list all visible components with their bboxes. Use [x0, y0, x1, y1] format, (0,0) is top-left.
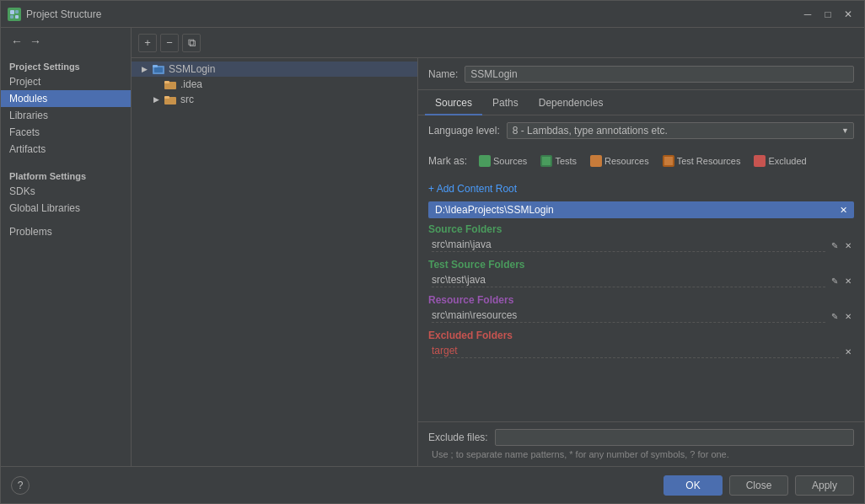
tree-expand-ssmlogin[interactable]: ▶ — [138, 63, 150, 75]
resource-folder-path-0: src\main\resources — [432, 309, 825, 323]
test-folder-remove-0[interactable]: ✕ — [842, 276, 854, 287]
mark-tests-button[interactable]: Tests — [535, 153, 582, 169]
module-tree: ▶ SSMLogin ▶ — [132, 58, 417, 466]
svg-rect-1 — [15, 10, 19, 13]
maximize-button[interactable]: □ — [819, 5, 837, 24]
language-level-row: Language level: 8 - Lambdas, type annota… — [418, 115, 864, 146]
mark-test-resources-button[interactable]: Test Resources — [658, 153, 746, 169]
source-folder-path-0: src\main\java — [432, 239, 825, 252]
tree-item-idea[interactable]: ▶ .idea — [132, 77, 417, 92]
source-folder-actions-0: ✎ ✕ — [829, 240, 854, 251]
main-content: ← → Project Settings Project Modules Lib… — [1, 28, 864, 466]
test-resources-color-icon — [663, 155, 674, 167]
project-settings-label: Project Settings — [1, 55, 131, 73]
tree-item-label-ssmlogin: SSMLogin — [169, 63, 215, 75]
source-folder-remove-0[interactable]: ✕ — [842, 240, 854, 251]
content-root-path: D:\IdeaProjects\SSMLogin — [435, 204, 554, 216]
sidebar-item-project[interactable]: Project — [1, 73, 131, 90]
excluded-color-icon — [754, 155, 766, 167]
name-label: Name: — [428, 68, 458, 80]
close-dialog-button[interactable]: Close — [729, 475, 788, 496]
title-bar-controls: ─ □ ✕ — [798, 5, 857, 24]
mark-excluded-button[interactable]: Excluded — [749, 153, 811, 169]
sidebar-item-problems[interactable]: Problems — [1, 223, 131, 240]
svg-rect-2 — [10, 15, 13, 19]
resource-folder-edit-0[interactable]: ✎ — [829, 311, 841, 322]
sidebar-nav-row: ← → — [1, 28, 131, 55]
language-level-select[interactable]: 8 - Lambdas, type annotations etc. 7 - D… — [507, 122, 854, 139]
sidebar: ← → Project Settings Project Modules Lib… — [1, 28, 132, 466]
mark-as-row: Mark as: Sources Tests Resources — [418, 146, 864, 176]
tree-item-label-src: src — [180, 94, 194, 105]
sidebar-spacer-2 — [1, 217, 131, 223]
excluded-folders-header: Excluded Folders — [428, 330, 854, 341]
content-root-header: D:\IdeaProjects\SSMLogin ✕ — [428, 201, 854, 218]
name-input[interactable] — [465, 66, 854, 83]
platform-settings-label: Platform Settings — [1, 164, 131, 183]
excluded-folder-entry-0: target ✕ — [428, 343, 854, 360]
svg-rect-5 — [153, 65, 158, 67]
module-icon — [152, 63, 165, 75]
right-pane-inner: + Add Content Root D:\IdeaProjects\SSMLo… — [418, 176, 864, 421]
remove-module-button[interactable]: − — [160, 34, 179, 52]
forward-button[interactable]: → — [26, 33, 45, 50]
tabs-row: Sources Paths Dependencies — [418, 90, 864, 115]
minimize-button[interactable]: ─ — [798, 5, 817, 24]
test-folder-entry-0: src\test\java ✎ ✕ — [428, 272, 854, 289]
resource-folder-actions-0: ✎ ✕ — [829, 311, 854, 322]
right-pane: Name: Sources Paths Dependencies Languag… — [418, 58, 864, 466]
tree-item-label-idea: .idea — [180, 78, 202, 90]
excluded-folder-path-0: target — [432, 345, 839, 358]
content-root-close-button[interactable]: ✕ — [840, 205, 847, 216]
source-folder-entry-0: src\main\java ✎ ✕ — [428, 237, 854, 254]
folder-icon-idea — [164, 78, 177, 90]
exclude-files-section: Exclude files: Use ; to separate name pa… — [418, 421, 864, 466]
exclude-files-row: Exclude files: — [428, 429, 854, 446]
toolbar-row: + − ⧉ — [132, 28, 864, 58]
apply-button[interactable]: Apply — [795, 475, 854, 496]
sidebar-item-facets[interactable]: Facets — [1, 124, 131, 141]
sources-color-icon — [479, 155, 491, 167]
test-folder-edit-0[interactable]: ✎ — [829, 276, 841, 287]
sidebar-item-artifacts[interactable]: Artifacts — [1, 141, 131, 158]
resource-folder-entry-0: src\main\resources ✎ ✕ — [428, 308, 854, 324]
close-button[interactable]: ✕ — [839, 5, 857, 24]
help-button[interactable]: ? — [11, 476, 30, 495]
bottom-right: OK Close Apply — [664, 475, 854, 496]
add-content-root-button[interactable]: + Add Content Root — [428, 183, 517, 195]
source-folders-header: Source Folders — [428, 223, 854, 235]
split-pane: ▶ SSMLogin ▶ — [132, 58, 864, 466]
excluded-folder-remove-0[interactable]: ✕ — [842, 346, 854, 357]
ok-button[interactable]: OK — [664, 475, 723, 496]
exclude-files-label: Exclude files: — [428, 432, 488, 443]
mark-sources-button[interactable]: Sources — [474, 153, 532, 169]
tree-expand-src[interactable]: ▶ — [150, 94, 162, 105]
tree-item-src[interactable]: ▶ src — [132, 92, 417, 107]
svg-rect-0 — [10, 10, 14, 14]
bottom-left: ? — [11, 476, 30, 495]
module-tree-pane: ▶ SSMLogin ▶ — [132, 58, 418, 466]
back-button[interactable]: ← — [8, 33, 26, 50]
tab-dependencies[interactable]: Dependencies — [529, 94, 614, 115]
sidebar-spacer — [1, 158, 131, 164]
sidebar-item-global-libraries[interactable]: Global Libraries — [1, 200, 131, 217]
add-content-root-row: + Add Content Root — [428, 183, 854, 195]
exclude-files-input[interactable] — [495, 429, 854, 446]
resource-folders-header: Resource Folders — [428, 294, 854, 306]
resource-folder-remove-0[interactable]: ✕ — [842, 311, 854, 322]
exclude-hint: Use ; to separate name patterns, * for a… — [428, 449, 854, 459]
source-folder-edit-0[interactable]: ✎ — [829, 240, 841, 251]
test-folder-path-0: src\test\java — [432, 274, 825, 287]
sidebar-item-modules[interactable]: Modules — [1, 90, 131, 107]
copy-module-button[interactable]: ⧉ — [182, 34, 201, 52]
sidebar-item-sdks[interactable]: SDKs — [1, 183, 131, 200]
sidebar-item-libraries[interactable]: Libraries — [1, 107, 131, 124]
tree-item-ssmlogin[interactable]: ▶ SSMLogin — [132, 62, 417, 77]
app-icon — [8, 8, 21, 21]
tab-paths[interactable]: Paths — [482, 94, 529, 115]
mark-resources-button[interactable]: Resources — [585, 153, 654, 169]
language-level-select-wrapper: 8 - Lambdas, type annotations etc. 7 - D… — [507, 122, 854, 139]
tab-sources[interactable]: Sources — [425, 94, 482, 115]
add-module-button[interactable]: + — [138, 34, 157, 52]
resources-color-icon — [590, 155, 602, 167]
